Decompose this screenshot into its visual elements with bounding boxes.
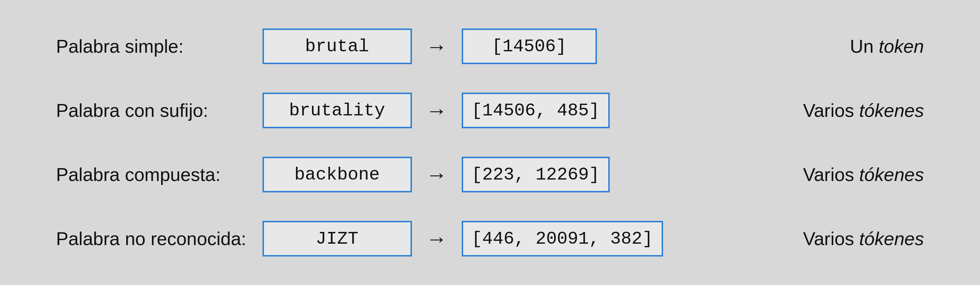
row-reconocida-token-box: [446, 20091, 382] <box>462 221 663 256</box>
row-simple-description: Un token <box>850 36 924 57</box>
row-reconocida-word-box: JIZT <box>262 221 412 256</box>
row-sufijo-description: Varios tókenes <box>803 100 924 121</box>
row-simple-arrow: → <box>426 34 447 59</box>
row-compuesta-label: Palabra compuesta: <box>56 164 262 185</box>
row-sufijo: Palabra con sufijo: brutality → [14506, … <box>56 78 924 142</box>
row-sufijo-token-box: [14506, 485] <box>462 93 610 128</box>
row-reconocida-label: Palabra no reconocida: <box>56 228 262 249</box>
row-compuesta: Palabra compuesta: backbone → [223, 1226… <box>56 142 924 207</box>
row-reconocida-description: Varios tókenes <box>803 228 924 249</box>
row-sufijo-arrow: → <box>426 98 447 123</box>
row-compuesta-token-box: [223, 12269] <box>462 157 610 192</box>
row-compuesta-arrow: → <box>426 162 447 187</box>
row-reconocida: Palabra no reconocida: JIZT → [446, 2009… <box>56 207 924 271</box>
row-sufijo-word-box: brutality <box>262 93 412 128</box>
row-compuesta-description: Varios tókenes <box>803 164 924 185</box>
row-simple-label: Palabra simple: <box>56 36 262 57</box>
row-reconocida-arrow: → <box>426 227 447 251</box>
row-compuesta-word-box: backbone <box>262 157 412 192</box>
main-container: Palabra simple: brutal → [14506] Un toke… <box>28 0 953 285</box>
row-simple-token-box: [14506] <box>462 29 597 64</box>
row-sufijo-label: Palabra con sufijo: <box>56 100 262 121</box>
row-simple: Palabra simple: brutal → [14506] Un toke… <box>56 14 924 78</box>
row-simple-word-box: brutal <box>262 29 412 64</box>
